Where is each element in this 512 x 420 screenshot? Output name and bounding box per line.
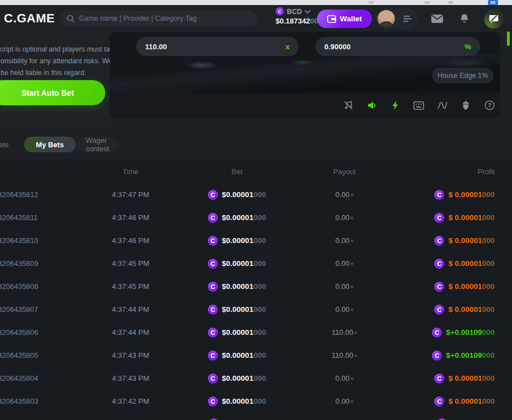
browser-extension-badge[interactable]: DE: [488, 0, 498, 5]
turbo-icon[interactable]: [390, 100, 401, 111]
bet-amount: C $0.00001000: [177, 282, 297, 292]
hotkeys-icon[interactable]: [413, 100, 424, 111]
bet-profit: C $ 0.00001000: [392, 236, 495, 246]
bet-id: 8206435806: [0, 328, 84, 337]
balance-currency: BCD: [287, 8, 302, 16]
table-row[interactable]: 8206435803 4:37:42 PM C $0.00001000 0.00…: [0, 390, 512, 413]
bet-profit: C $ 0.00001000: [392, 305, 495, 315]
coin-icon: C: [434, 259, 444, 269]
table-row[interactable]: 8206435810 4:37:46 PM C $0.00001000 0.00…: [0, 229, 512, 252]
browser-edge: DE: [0, 0, 512, 5]
sound-icon[interactable]: [366, 100, 377, 111]
coin-icon: C: [208, 213, 218, 223]
bet-time: 4:37:44 PM: [84, 328, 177, 337]
search-input[interactable]: Game name | Provider | Category Tag: [60, 11, 258, 26]
coin-icon: C: [434, 374, 444, 384]
bet-time: 4:37:45 PM: [84, 282, 177, 291]
balance-selector[interactable]: C BCD $0.18734200: [276, 7, 318, 25]
browser-extension-icon[interactable]: [424, 1, 430, 4]
bet-payout: 0.00×: [297, 397, 392, 405]
coin-icon: C: [208, 259, 218, 269]
bet-time: 4:37:47 PM: [84, 190, 177, 199]
bet-payout: 0.00×: [297, 259, 392, 268]
table-row[interactable]: 8206435809 4:37:45 PM C $0.00001000 0.00…: [0, 252, 512, 275]
scrollbar-thumb[interactable]: [507, 31, 510, 46]
bet-payout: 0.00×: [297, 236, 392, 245]
bet-id: 8206435803: [0, 397, 84, 405]
tab-all-bets[interactable]: ets: [0, 137, 8, 152]
bet-id: 8206435804: [0, 374, 84, 382]
help-icon[interactable]: ?: [484, 100, 495, 111]
win-chance-value: 0.90000: [324, 43, 351, 51]
table-body: 8206435812 4:37:47 PM C $0.00001000 0.00…: [0, 183, 512, 413]
bet-time: 4:37:46 PM: [84, 236, 177, 245]
wallet-icon: [327, 15, 336, 23]
chat-toggle-button[interactable]: [484, 9, 504, 29]
bet-payout: 0.00×: [297, 305, 392, 314]
start-auto-bet-button[interactable]: Start Auto Bet: [0, 80, 105, 105]
bet-amount: C $0.00001000: [177, 190, 297, 200]
profile-menu[interactable]: [376, 8, 417, 29]
col-header-time: Time: [84, 167, 177, 176]
search-icon: [67, 15, 75, 22]
game-toolbar: ?: [110, 93, 500, 118]
table-row[interactable]: 8206435806 4:37:44 PM C $0.00001000 110.…: [0, 321, 512, 344]
bet-time: 4:37:45 PM: [84, 259, 177, 268]
table-row[interactable]: 8206435804 4:37:43 PM C $0.00001000 0.00…: [0, 367, 512, 390]
bet-id: 8206435809: [0, 259, 84, 268]
browser-extension-icon[interactable]: [448, 1, 453, 4]
coin-icon: C: [208, 282, 218, 292]
chat-disabled-icon: [489, 14, 499, 24]
col-header-bet: Bet: [177, 167, 297, 176]
coin-icon: C: [434, 282, 444, 292]
coin-icon: C: [208, 374, 218, 384]
house-edge-badge: House Edge 1%: [432, 68, 494, 83]
tab-my-bets[interactable]: My Bets: [24, 137, 76, 152]
coin-icon: C: [208, 328, 218, 338]
menu-icon: [403, 15, 412, 22]
bet-profit: C $+0.00109000: [392, 351, 495, 361]
trends-icon[interactable]: [437, 100, 448, 111]
table-row[interactable]: 8206435811 4:37:46 PM C $0.00001000 0.00…: [0, 206, 512, 229]
coin-icon: C: [208, 236, 218, 246]
seed-icon[interactable]: [460, 100, 471, 111]
site-logo[interactable]: C.GAME: [4, 11, 55, 26]
coin-icon: C: [208, 396, 218, 407]
table-row[interactable]: 8206435805 4:37:43 PM C $0.00001000 110.…: [0, 344, 512, 367]
coin-icon: C: [434, 396, 444, 407]
bet-amount: C $0.00001000: [177, 305, 297, 315]
bet-profit: C $ 0.00001000: [392, 213, 495, 223]
table-row[interactable]: 8206435808 4:37:45 PM C $0.00001000 0.00…: [0, 275, 512, 298]
my-bets-table: Time Bet Payout Profit 8206435812 4:37:4…: [0, 160, 512, 420]
wallet-button[interactable]: Wallet: [317, 10, 372, 28]
bet-id: 8206435808: [0, 282, 84, 291]
script-disclaimer: script is optional and players must take…: [0, 44, 110, 79]
col-header-payout: Payout: [297, 167, 392, 176]
bet-amount: C $0.00001000: [177, 374, 297, 384]
bet-id: 8206435807: [0, 305, 84, 314]
bet-payout: 0.00×: [297, 282, 392, 291]
bell-icon[interactable]: [460, 5, 469, 32]
game-canvas: 110.00 x 0.90000 % House Edge 1% ?: [110, 32, 500, 118]
bet-profit: C $ 0.00001000: [392, 396, 495, 407]
browser-extension-icon[interactable]: [369, 1, 374, 4]
bet-amount: C $0.00001000: [177, 259, 297, 269]
table-row[interactable]: 8206435812 4:37:47 PM C $0.00001000 0.00…: [0, 183, 512, 206]
payout-multiplier-input[interactable]: 110.00 x: [136, 37, 299, 56]
search-placeholder: Game name | Provider | Category Tag: [79, 15, 197, 22]
avatar[interactable]: [378, 10, 395, 27]
table-row[interactable]: 8206435807 4:37:44 PM C $0.00001000 0.00…: [0, 298, 512, 321]
bet-amount: C $0.00001000: [177, 213, 297, 223]
bet-payout: 0.00×: [297, 213, 392, 222]
bet-payout: 110.00×: [297, 328, 392, 337]
music-off-icon[interactable]: [343, 100, 353, 111]
tab-wager-contest[interactable]: Wager contest: [77, 137, 118, 152]
mail-icon[interactable]: [431, 5, 443, 32]
bet-id: 8206435811: [0, 213, 84, 222]
scene-rock: [440, 58, 491, 68]
win-chance-input[interactable]: 0.90000 %: [315, 37, 480, 56]
coin-icon: C: [208, 305, 218, 315]
wallet-label: Wallet: [340, 15, 362, 23]
coin-icon: C: [434, 190, 444, 200]
bet-panel-sidebar: script is optional and players must take…: [0, 32, 110, 129]
